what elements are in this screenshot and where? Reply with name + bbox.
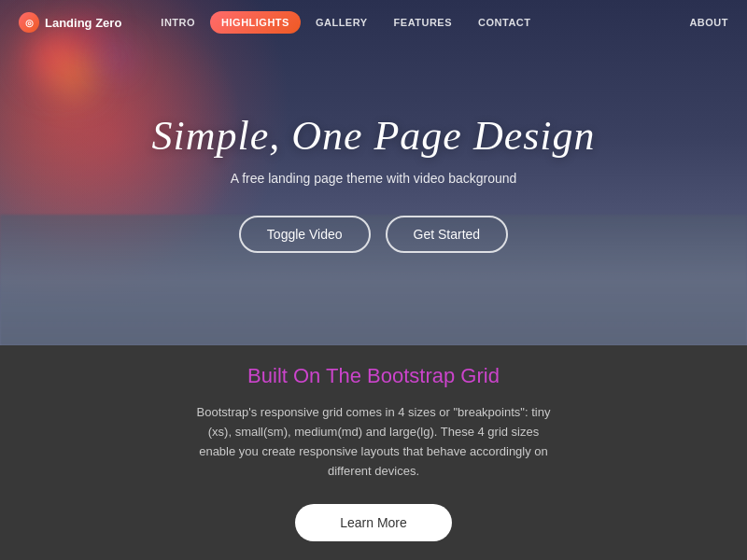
brand-logo[interactable]: ◎ Landing Zero — [19, 12, 121, 33]
bokeh-light-2 — [56, 56, 93, 93]
navigation: ◎ Landing Zero INTRO HIGHLIGHTS GALLERY … — [0, 0, 747, 45]
brand-label: Landing Zero — [45, 16, 121, 30]
nav-link-contact[interactable]: CONTACT — [467, 11, 542, 34]
nav-links: INTRO HIGHLIGHTS GALLERY FEATURES CONTAC… — [149, 11, 689, 34]
section-description: Bootstrap's responsive grid comes in 4 s… — [196, 403, 551, 481]
toggle-video-button[interactable]: Toggle Video — [239, 216, 371, 253]
nav-link-highlights[interactable]: HIGHLIGHTS — [210, 11, 301, 34]
learn-more-button[interactable]: Learn More — [295, 504, 452, 541]
get-started-button[interactable]: Get Started — [386, 216, 509, 253]
bokeh-light-4 — [103, 47, 126, 70]
hero-subtitle: A free landing page theme with video bac… — [151, 171, 595, 186]
hero-section: Simple, One Page Design A free landing p… — [0, 0, 747, 345]
hero-title: Simple, One Page Design — [151, 112, 595, 160]
hero-buttons: Toggle Video Get Started — [151, 216, 595, 253]
nav-about[interactable]: ABOUT — [689, 17, 728, 28]
nav-link-gallery[interactable]: GALLERY — [304, 11, 379, 34]
section-title: Built On The Bootstrap Grid — [247, 364, 500, 388]
nav-link-features[interactable]: FEATURES — [383, 11, 463, 34]
bootstrap-section: Built On The Bootstrap Grid Bootstrap's … — [0, 345, 747, 560]
hero-content: Simple, One Page Design A free landing p… — [151, 93, 595, 253]
brand-icon: ◎ — [19, 12, 39, 33]
nav-link-intro[interactable]: INTRO — [149, 11, 206, 34]
